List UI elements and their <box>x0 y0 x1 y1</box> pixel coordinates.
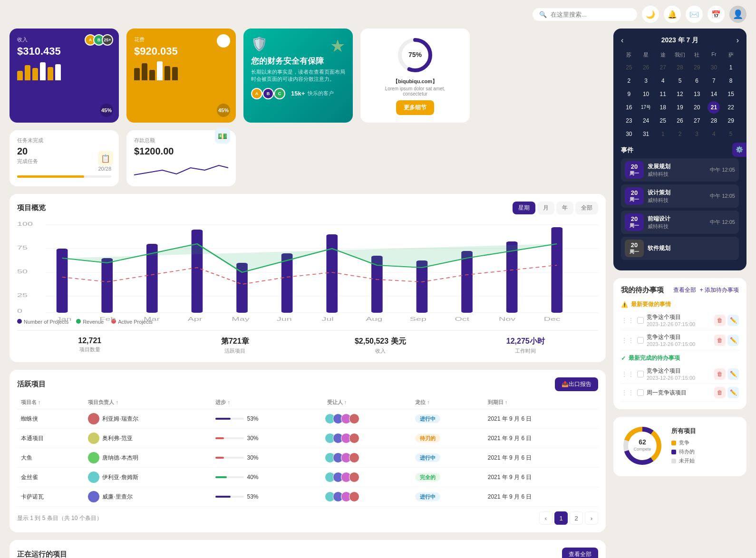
cal-day-27[interactable]: 27 <box>657 61 669 74</box>
cal-day-10[interactable]: 10 <box>640 88 652 100</box>
cal-day-5[interactable]: 5 <box>674 75 686 87</box>
cal-day-n2[interactable]: 2 <box>674 128 686 140</box>
gear-btn[interactable]: ⚙️ <box>732 143 746 157</box>
cal-day-3[interactable]: 3 <box>640 75 652 87</box>
search-input[interactable] <box>551 11 630 18</box>
cal-day-n1[interactable]: 1 <box>657 128 669 140</box>
cal-day-25b[interactable]: 25 <box>657 115 669 127</box>
cal-day-n4[interactable]: 4 <box>708 128 720 140</box>
drag-handle[interactable]: ⋮⋮ <box>621 389 634 396</box>
cal-day-20[interactable]: 20 <box>691 101 703 114</box>
edit-todo-btn[interactable]: ✏️ <box>727 368 739 380</box>
search-box[interactable]: 🔍 <box>533 8 637 21</box>
cal-next-btn[interactable]: › <box>737 36 739 45</box>
delete-todo-btn[interactable]: 🗑 <box>714 387 726 398</box>
event-item: 20 周一 设计策划 威特科技 中午 12:05 <box>621 184 739 208</box>
drag-handle[interactable]: ⋮⋮ <box>621 370 634 378</box>
cal-day-23[interactable]: 23 <box>623 115 635 127</box>
todo-checkbox[interactable] <box>637 371 644 377</box>
todo-checkbox[interactable] <box>637 337 644 344</box>
delete-todo-btn[interactable]: 🗑 <box>714 368 726 380</box>
mail-icon[interactable]: ✉️ <box>686 6 703 23</box>
view-all-running-btn[interactable]: 查看全部 <box>562 548 598 558</box>
todo-checkbox[interactable] <box>637 317 644 324</box>
cal-day-17[interactable]: 17号 <box>640 101 652 114</box>
cal-day-21-today[interactable]: 21 <box>708 101 720 114</box>
cal-day-16[interactable]: 16 <box>623 101 635 114</box>
delete-todo-btn[interactable]: 🗑 <box>714 315 726 326</box>
tab-month[interactable]: 月 <box>537 202 554 214</box>
manager-avatar <box>88 413 99 424</box>
svg-text:Aug: Aug <box>366 317 382 322</box>
cal-prev-btn[interactable]: ‹ <box>621 36 623 45</box>
tab-year[interactable]: 年 <box>556 202 573 214</box>
cal-day-28[interactable]: 28 <box>674 61 686 74</box>
cal-day-24[interactable]: 24 <box>640 115 652 127</box>
cal-day-27b[interactable]: 27 <box>691 115 703 127</box>
export-btn[interactable]: 📤出口报告 <box>555 377 598 391</box>
cal-day-7[interactable]: 7 <box>708 75 720 87</box>
progress-pct: 30% <box>247 435 258 442</box>
svg-rect-22 <box>461 251 473 313</box>
page-2-btn[interactable]: 2 <box>570 511 583 525</box>
cal-day-28b[interactable]: 28 <box>708 115 720 127</box>
more-details-btn[interactable]: 更多细节 <box>396 100 434 115</box>
cal-day-25[interactable]: 25 <box>623 61 635 74</box>
edit-todo-btn[interactable]: ✏️ <box>727 387 739 398</box>
cal-day-n5[interactable]: 5 <box>725 128 737 140</box>
cal-day-4[interactable]: 4 <box>657 75 669 87</box>
customers-count: 15k+ <box>291 90 305 97</box>
cal-day-29[interactable]: 29 <box>691 61 703 74</box>
cal-hd-5: Fr <box>706 49 722 60</box>
proj-name: 本通项目 <box>17 429 84 448</box>
cal-day-30[interactable]: 30 <box>708 61 720 74</box>
notification-icon[interactable]: 🔔 <box>664 6 681 23</box>
cal-day-19[interactable]: 19 <box>674 101 686 114</box>
cal-day-31[interactable]: 31 <box>640 128 652 140</box>
calendar-icon[interactable]: 📅 <box>708 6 725 23</box>
col-progress[interactable]: 进步 ↑ <box>212 396 323 409</box>
cal-day-15[interactable]: 15 <box>725 88 737 100</box>
cal-day-30b[interactable]: 30 <box>623 128 635 140</box>
cal-day-n3[interactable]: 3 <box>691 128 703 140</box>
cal-day-9[interactable]: 9 <box>623 88 635 100</box>
drag-handle[interactable]: ⋮⋮ <box>621 337 634 344</box>
cal-day-13[interactable]: 13 <box>691 88 703 100</box>
user-avatar[interactable]: 👤 <box>729 6 746 23</box>
edit-todo-btn[interactable]: ✏️ <box>727 315 739 326</box>
proj-progress: 30% <box>212 429 323 448</box>
view-all-todo[interactable]: 查看全部 <box>673 286 696 294</box>
delete-todo-btn[interactable]: 🗑 <box>714 335 726 346</box>
cal-day-6[interactable]: 6 <box>691 75 703 87</box>
customers-label: 快乐的客户 <box>308 90 334 97</box>
cal-day-2[interactable]: 2 <box>623 75 635 87</box>
col-due[interactable]: 到期日 ↑ <box>484 396 598 409</box>
add-todo[interactable]: + 添加待办事项 <box>700 286 739 294</box>
cal-day-18[interactable]: 18 <box>657 101 669 114</box>
tab-all[interactable]: 全部 <box>575 202 598 214</box>
edit-todo-btn[interactable]: ✏️ <box>727 335 739 346</box>
next-page-btn[interactable]: › <box>585 511 598 525</box>
prev-page-btn[interactable]: ‹ <box>539 511 552 525</box>
manager-avatar <box>88 491 99 502</box>
col-manager[interactable]: 项目负责人 ↑ <box>84 396 212 409</box>
event-weekday: 周一 <box>629 249 640 255</box>
col-assignees[interactable]: 受让人 ↑ <box>323 396 412 409</box>
cal-day-12[interactable]: 12 <box>674 88 686 100</box>
cal-day-29b[interactable]: 29 <box>725 115 737 127</box>
col-name[interactable]: 项目名 ↑ <box>17 396 84 409</box>
cal-day-1[interactable]: 1 <box>725 61 737 74</box>
col-status[interactable]: 龙位 ↑ <box>411 396 484 409</box>
dark-mode-icon[interactable]: 🌙 <box>642 6 659 23</box>
bar-e6 <box>172 67 178 80</box>
drag-handle[interactable]: ⋮⋮ <box>621 317 634 324</box>
todo-checkbox[interactable] <box>637 389 644 396</box>
page-1-btn[interactable]: 1 <box>554 511 568 525</box>
cal-day-22[interactable]: 22 <box>725 101 737 114</box>
cal-day-26b[interactable]: 26 <box>674 115 686 127</box>
tab-week[interactable]: 星期 <box>513 202 535 214</box>
cal-day-26[interactable]: 26 <box>640 61 652 74</box>
cal-day-14[interactable]: 14 <box>708 88 720 100</box>
cal-day-11[interactable]: 11 <box>657 88 669 100</box>
cal-day-8[interactable]: 8 <box>725 75 737 87</box>
